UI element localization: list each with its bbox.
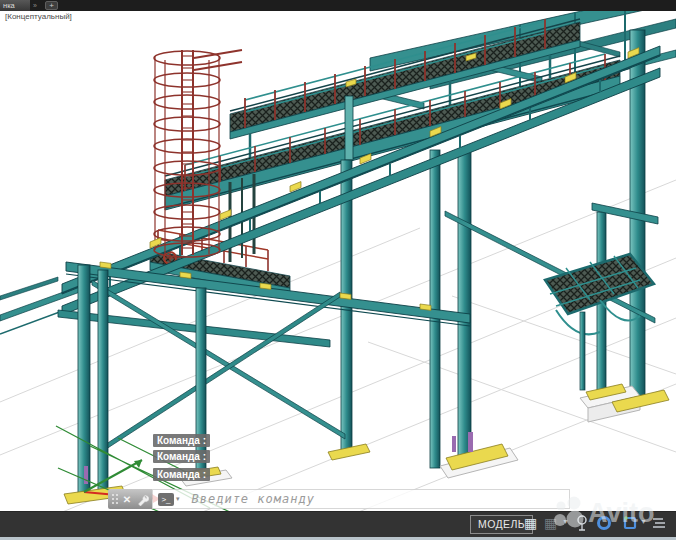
model-viewport[interactable] <box>0 0 676 540</box>
command-history-line: Команда : <box>153 434 210 447</box>
command-prompt-icon[interactable]: >_ <box>158 493 174 506</box>
drawing-file-tab[interactable]: нка <box>0 0 30 11</box>
command-bar-extension <box>570 489 676 509</box>
visual-style-label[interactable]: [Концептуальный] <box>5 12 72 21</box>
concrete-pedestals <box>180 386 640 486</box>
status-bar <box>0 511 676 538</box>
cad-application-window: { "window": { "tab_label": "нка", "tab_o… <box>0 0 676 540</box>
wrench-icon[interactable] <box>136 493 149 506</box>
dynamic-ucs-icon[interactable] <box>596 514 612 533</box>
window-top-bar: нка » + <box>0 0 676 11</box>
command-bar-tools[interactable]: ✕ <box>108 489 152 509</box>
stiffener-accents <box>84 432 473 484</box>
object-snap-icon[interactable] <box>622 514 638 533</box>
grid-dropdown-icon[interactable]: ▼ <box>562 518 569 525</box>
new-tab-button[interactable]: + <box>45 1 58 10</box>
command-history-line: Команда : <box>153 450 210 463</box>
snap-grid-icon[interactable]: ▦ <box>524 514 537 532</box>
tab-overflow-icon[interactable]: » <box>33 0 37 11</box>
command-dropdown-icon[interactable]: ▾ <box>176 495 180 503</box>
command-history-line: Команда : <box>153 468 210 481</box>
grid-display-icon[interactable]: ▦ <box>544 514 557 532</box>
close-command-bar-icon[interactable]: ✕ <box>123 494 131 505</box>
infer-constraints-icon[interactable] <box>576 514 589 533</box>
drag-handle-icon[interactable] <box>111 493 118 505</box>
customization-menu-icon[interactable] <box>652 516 666 530</box>
osnap-dropdown-icon[interactable]: ▼ <box>640 518 647 525</box>
command-placeholder: Введите команду <box>192 492 315 506</box>
command-input[interactable]: >_ ▾ Введите команду <box>152 489 570 509</box>
